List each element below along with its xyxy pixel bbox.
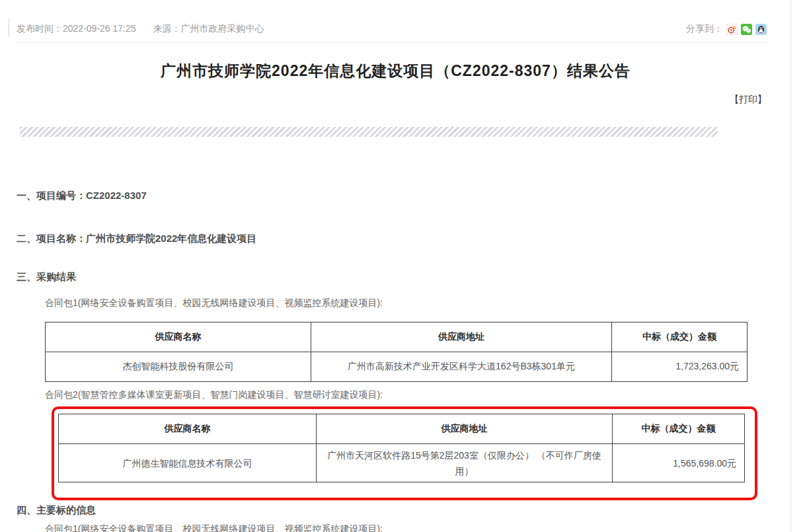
award-amount-cell: 1,723,263.00元 [612,352,748,382]
col-award-amount: 中标（成交）金额 [612,323,748,352]
package1-result-table: 供应商名称 供应商地址 中标（成交）金额 杰创智能科技股份有限公司 广州市高新技… [45,322,748,382]
share-label: 分享到： [686,23,723,35]
qq-icon[interactable] [755,24,767,35]
col-award-amount: 中标（成交）金额 [613,414,745,444]
page-title: 广州市技师学院2022年信息化建设项目（CZ2022-8307）结果公告 [0,61,791,81]
award-amount-cell: 1,565,698.00元 [613,444,745,482]
publish-time-label: 发布时间： [17,23,63,34]
table-header-row: 供应商名称 供应商地址 中标（成交）金额 [46,323,748,352]
source-label: 来源： [153,23,181,34]
section-project-number: 一、项目编号：CZ2022-8307 [17,190,147,202]
section-project-name: 二、项目名称：广州市技师学院2022年信息化建设项目 [17,233,256,245]
table-row: 广州德生智能信息技术有限公司 广州市天河区软件路15号第2层203室（仅限办公）… [59,444,745,482]
table-header-row: 供应商名称 供应商地址 中标（成交）金额 [59,414,745,444]
col-supplier-address: 供应商地址 [311,323,612,352]
col-supplier-name: 供应商名称 [59,414,317,444]
table-row: 杰创智能科技股份有限公司 广州市高新技术产业开发区科学大道162号B3栋301单… [46,352,748,382]
publish-time-value: 2022-09-26 17:25 [63,23,136,34]
package1-intro-clipped: 合同包1(网络安全设备购置项目、校园无线网络建设项目、视频监控系统建设项目): [45,523,383,532]
col-supplier-name: 供应商名称 [46,323,311,352]
col-supplier-address: 供应商地址 [317,414,613,444]
publish-meta: 发布时间：2022-09-26 17:25来源：广州市政府采购中心 [17,23,264,35]
source-value: 广州市政府采购中心 [181,23,264,34]
header-divider [17,42,768,43]
package2-intro: 合同包2(智慧管控多媒体课室更新项目、智慧门岗建设项目、智慧研讨室建设项目): [45,389,383,401]
wechat-icon[interactable] [741,24,752,35]
weibo-icon[interactable] [726,24,738,35]
package1-intro: 合同包1(网络安全设备购置项目、校园无线网络建设项目、视频监控系统建设项目): [45,297,383,309]
supplier-address-cell: 广州市天河区软件路15号第2层203室（仅限办公） （不可作厂房使用） [317,444,613,482]
package2-result-table: 供应商名称 供应商地址 中标（成交）金额 广州德生智能信息技术有限公司 广州市天… [58,414,745,482]
supplier-name-cell: 杰创智能科技股份有限公司 [46,352,311,382]
share-bar: 分享到： [686,23,767,35]
announcement-page: 发布时间：2022-09-26 17:25来源：广州市政府采购中心 分享到： [0,0,805,532]
supplier-address-cell: 广州市高新技术产业开发区科学大道162号B3栋301单元 [311,352,612,382]
supplier-name-cell: 广州德生智能信息技术有限公司 [59,444,317,482]
section-main-subject-info: 四、主要标的信息 [17,504,96,517]
left-edge-tick [9,19,9,37]
section-procurement-result: 三、采购结果 [17,271,76,284]
hatched-divider [20,127,718,137]
print-button[interactable]: 【打印】 [730,94,767,106]
